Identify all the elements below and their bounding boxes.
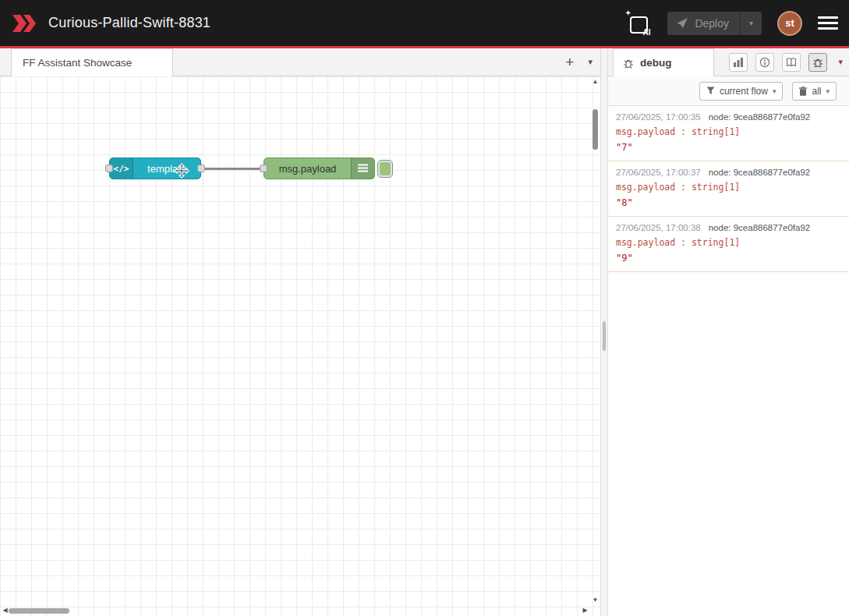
sidebar-tab-debug-label: debug [640,57,672,69]
sidebar-tab-debug-icon[interactable] [808,53,827,72]
canvas-vertical-scrollbar[interactable]: ▲ ▼ [590,76,600,605]
message-timestamp: 27/06/2025, 17:00:37 [616,168,701,177]
sidebar: debug [608,48,849,616]
workspace: FF Assistant Showcase + ▾ </> template m… [0,48,600,616]
message-value: "8" [616,197,841,208]
sidebar-resize-handle[interactable] [600,48,608,616]
wire-template-to-debug[interactable] [204,168,265,170]
deploy-icon [677,18,688,28]
book-icon [786,57,797,68]
app-header: Curious-Pallid-Swift-8831 ✦ AI Deploy ▾ … [0,0,849,46]
sidebar-tabbar: debug [608,48,849,76]
move-cursor-icon [174,163,189,182]
funnel-icon [706,87,715,95]
message-path[interactable]: msg.payload : string[1] [616,237,841,248]
message-node-id: node: 9cea886877e0fa92 [709,168,810,177]
flowfuse-logo-icon[interactable] [11,12,39,34]
debug-message-list: 27/06/2025, 17:00:35 node: 9cea886877e0f… [608,106,849,616]
user-avatar[interactable]: st [777,11,802,36]
flow-list-chevron[interactable]: ▾ [588,57,593,67]
deploy-options-chevron[interactable]: ▾ [740,12,762,35]
debug-enable-toggle[interactable] [377,160,393,178]
debug-message[interactable]: 27/06/2025, 17:00:37 node: 9cea886877e0f… [608,161,849,217]
main-menu-button[interactable] [818,16,838,30]
chevron-down-icon: ▾ [826,87,830,95]
debug-input-port[interactable] [260,165,267,172]
template-input-port[interactable] [105,165,113,172]
sidebar-tab-debug[interactable]: debug [613,48,714,76]
debug-filter-button[interactable]: current flow ▾ [699,82,784,101]
message-path[interactable]: msg.payload : string[1] [616,182,841,193]
debug-clear-button[interactable]: all ▾ [792,82,837,101]
instance-title: Curious-Pallid-Swift-8831 [48,15,210,31]
vertical-scroll-thumb[interactable] [593,109,598,150]
sidebar-tab-help[interactable] [782,53,801,72]
node-template-label: template [133,158,200,179]
message-value: "7" [616,142,841,153]
info-icon [759,57,770,68]
debug-message[interactable]: 27/06/2025, 17:00:38 node: 9cea886877e0f… [608,217,849,272]
node-debug-label: msg.payload [264,158,351,179]
bug-icon [812,57,823,68]
canvas-horizontal-scrollbar[interactable]: ◀ ▶ [0,605,590,616]
header-actions: ✦ AI Deploy ▾ st [625,10,838,37]
flow-canvas[interactable]: </> template msg.payload [0,76,600,616]
debug-toolbar: current flow ▾ all ▾ [608,76,849,106]
template-output-port[interactable] [197,165,205,172]
sidebar-tab-dashboard[interactable] [729,53,748,72]
scroll-up-arrow[interactable]: ▲ [590,76,600,87]
bug-icon [623,58,634,69]
debug-list-icon [351,158,374,179]
message-path[interactable]: msg.payload : string[1] [616,126,841,137]
trash-icon [799,87,807,96]
sparkle-icon: ✦ [624,9,631,17]
chevron-down-icon: ▾ [773,87,776,95]
sidebar-tab-info[interactable] [755,53,774,72]
message-node-id: node: 9cea886877e0fa92 [709,223,810,232]
sidebar-menu-chevron[interactable]: ▾ [838,57,843,67]
ai-assistant-button[interactable]: ✦ AI [625,10,652,37]
resize-grip[interactable] [603,321,606,351]
scroll-down-arrow[interactable]: ▼ [590,595,600,605]
scroll-right-arrow[interactable]: ▶ [580,605,590,616]
horizontal-scroll-thumb[interactable] [9,608,69,614]
message-value: "9" [616,253,841,264]
message-timestamp: 27/06/2025, 17:00:38 [616,223,701,232]
message-timestamp: 27/06/2025, 17:00:35 [616,112,701,122]
bar-chart-icon [733,57,744,68]
add-flow-button[interactable]: + [565,55,574,69]
deploy-button[interactable]: Deploy ▾ [667,12,762,35]
workspace-tabbar: FF Assistant Showcase + ▾ [0,48,600,76]
debug-message[interactable]: 27/06/2025, 17:00:35 node: 9cea886877e0f… [608,106,849,161]
deploy-label: Deploy [695,17,729,30]
code-icon: </> [110,158,133,179]
message-node-id: node: 9cea886877e0fa92 [709,112,810,122]
node-debug[interactable]: msg.payload [264,158,375,179]
workspace-tab-ff-assistant-showcase[interactable]: FF Assistant Showcase [11,48,173,76]
